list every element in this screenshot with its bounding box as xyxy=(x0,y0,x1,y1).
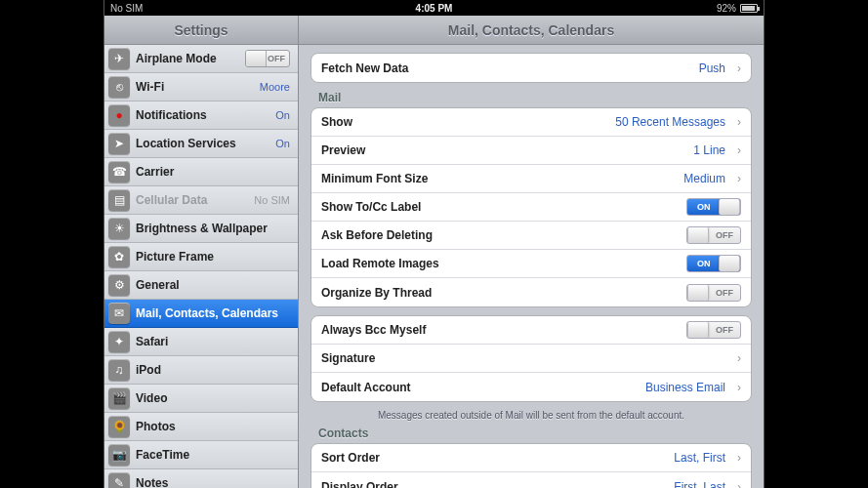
sidebar-item-ipod[interactable]: ♫iPod xyxy=(104,356,298,385)
cell-icon: ▤ xyxy=(108,189,130,211)
row-fetch[interactable]: Fetch New DataPush› xyxy=(311,54,751,82)
battery-icon xyxy=(740,4,758,13)
sidebar-list: ✈Airplane ModeOFF⎋Wi-FiMoore●Notificatio… xyxy=(104,45,298,488)
row-askdel[interactable]: Ask Before DeletingOFF xyxy=(311,222,751,250)
sidebar-item-label: Safari xyxy=(136,335,290,348)
bcc-toggle[interactable]: OFF xyxy=(686,321,741,339)
row-remote[interactable]: Load Remote ImagesON xyxy=(311,250,751,278)
row-label: Show To/Cc Label xyxy=(321,200,679,214)
row-label: Signature xyxy=(321,351,725,365)
sidebar-item-value: On xyxy=(275,109,290,121)
chevron-right-icon: › xyxy=(737,480,741,489)
sidebar-item-value: No SIM xyxy=(254,194,290,206)
row-minfont[interactable]: Minimum Font SizeMedium› xyxy=(311,165,751,193)
row-value: Medium xyxy=(683,172,725,185)
sidebar-item-cell[interactable]: ▤Cellular DataNo SIM xyxy=(104,186,298,215)
toggle-label: ON xyxy=(697,259,711,268)
sidebar-item-label: Airplane Mode xyxy=(136,52,239,65)
remote-toggle[interactable]: ON xyxy=(686,255,741,272)
sidebar-item-label: Notes xyxy=(136,476,290,488)
toggle-knob xyxy=(719,199,740,215)
sidebar-item-gen[interactable]: ⚙General xyxy=(104,271,298,300)
section-footnote: Messages created outside of Mail will be… xyxy=(310,410,752,421)
sidebar-item-label: Brightness & Wallpaper xyxy=(136,222,290,235)
settings-group: Always Bcc MyselfOFFSignature›Default Ac… xyxy=(310,315,752,402)
sidebar-item-label: Notifications xyxy=(136,108,269,122)
facetime-icon: 📷 xyxy=(108,444,130,466)
sidebar-item-pict[interactable]: ✿Picture Frame xyxy=(104,243,298,271)
row-label: Always Bcc Myself xyxy=(321,323,679,337)
toggle-knob xyxy=(719,256,740,271)
chevron-right-icon: › xyxy=(737,61,741,75)
sidebar-item-photos[interactable]: 🌻Photos xyxy=(104,413,298,441)
sidebar-item-bright[interactable]: ☀Brightness & Wallpaper xyxy=(104,215,298,243)
row-show[interactable]: Show50 Recent Messages› xyxy=(311,108,751,137)
row-sig[interactable]: Signature› xyxy=(311,345,751,373)
airplane-toggle[interactable]: OFF xyxy=(245,50,290,67)
toggle-knob xyxy=(687,322,709,338)
toggle-knob xyxy=(687,285,709,301)
sidebar-item-label: Cellular Data xyxy=(136,193,248,207)
row-tocc[interactable]: Show To/Cc LabelON xyxy=(311,193,751,222)
askdel-toggle[interactable]: OFF xyxy=(686,226,741,244)
sidebar-item-label: Location Services xyxy=(136,137,269,150)
toggle-label: OFF xyxy=(716,230,733,240)
chevron-right-icon: › xyxy=(737,351,741,365)
row-label: Ask Before Deleting xyxy=(321,228,679,242)
row-disp[interactable]: Display OrderFirst, Last› xyxy=(311,472,751,488)
sidebar-item-facetime[interactable]: 📷FaceTime xyxy=(104,441,298,469)
settings-group: Fetch New DataPush› xyxy=(310,53,752,83)
notes-icon: ✎ xyxy=(108,472,130,488)
chevron-right-icon: › xyxy=(737,451,741,465)
row-preview[interactable]: Preview1 Line› xyxy=(311,137,751,165)
row-bcc[interactable]: Always Bcc MyselfOFF xyxy=(311,316,751,345)
row-value: Push xyxy=(699,61,725,75)
sidebar-item-airplane[interactable]: ✈Airplane ModeOFF xyxy=(104,45,298,73)
notif-icon: ● xyxy=(108,104,130,126)
sidebar-item-safari[interactable]: ✦Safari xyxy=(104,328,298,356)
sidebar-item-label: General xyxy=(136,278,290,292)
section-header: Contacts xyxy=(318,427,750,440)
row-label: Preview xyxy=(321,143,685,157)
detail-pane: Mail, Contacts, Calendars Fetch New Data… xyxy=(299,16,764,488)
sidebar-item-notif[interactable]: ●NotificationsOn xyxy=(104,102,298,130)
sidebar-item-label: FaceTime xyxy=(136,448,290,462)
thread-toggle[interactable]: OFF xyxy=(686,284,741,302)
row-value: Last, First xyxy=(674,451,725,465)
row-label: Load Remote Images xyxy=(321,257,679,270)
gen-icon: ⚙ xyxy=(108,274,130,296)
sidebar-item-notes[interactable]: ✎Notes xyxy=(104,469,298,488)
sidebar-item-carrier[interactable]: ☎Carrier xyxy=(104,158,298,186)
section-header: Mail xyxy=(318,91,750,104)
row-thread[interactable]: Organize By ThreadOFF xyxy=(311,278,751,306)
row-value: 1 Line xyxy=(693,143,725,157)
loc-icon: ➤ xyxy=(108,133,130,154)
sidebar-item-value: Moore xyxy=(260,81,290,93)
sidebar-item-label: Picture Frame xyxy=(136,250,290,264)
sidebar-item-mail[interactable]: ✉Mail, Contacts, Calendars xyxy=(104,300,298,328)
sidebar-item-label: Carrier xyxy=(136,165,290,179)
row-sort[interactable]: Sort OrderLast, First› xyxy=(311,444,751,472)
photos-icon: 🌻 xyxy=(108,416,130,437)
sidebar-item-video[interactable]: 🎬Video xyxy=(104,385,298,413)
video-icon: 🎬 xyxy=(108,387,130,409)
row-value: 50 Recent Messages xyxy=(615,115,725,129)
chevron-right-icon: › xyxy=(737,381,741,394)
sidebar-item-wifi[interactable]: ⎋Wi-FiMoore xyxy=(104,73,298,102)
row-value: First, Last xyxy=(674,480,725,489)
chevron-right-icon: › xyxy=(737,115,741,129)
detail-title: Mail, Contacts, Calendars xyxy=(299,16,764,45)
detail-body: Fetch New DataPush›MailShow50 Recent Mes… xyxy=(299,45,764,488)
toggle-label: OFF xyxy=(716,288,733,298)
bright-icon: ☀ xyxy=(108,218,130,239)
settings-group: Sort OrderLast, First›Display OrderFirst… xyxy=(310,443,752,488)
row-defacct[interactable]: Default AccountBusiness Email› xyxy=(311,373,751,401)
settings-sidebar: Settings ✈Airplane ModeOFF⎋Wi-FiMoore●No… xyxy=(104,16,299,488)
sidebar-item-value: On xyxy=(275,138,290,149)
safari-icon: ✦ xyxy=(108,331,130,352)
ipod-icon: ♫ xyxy=(108,359,130,381)
tocc-toggle[interactable]: ON xyxy=(686,198,741,216)
row-value: Business Email xyxy=(645,381,725,394)
sidebar-item-loc[interactable]: ➤Location ServicesOn xyxy=(104,130,298,158)
toggle-knob xyxy=(687,227,709,243)
